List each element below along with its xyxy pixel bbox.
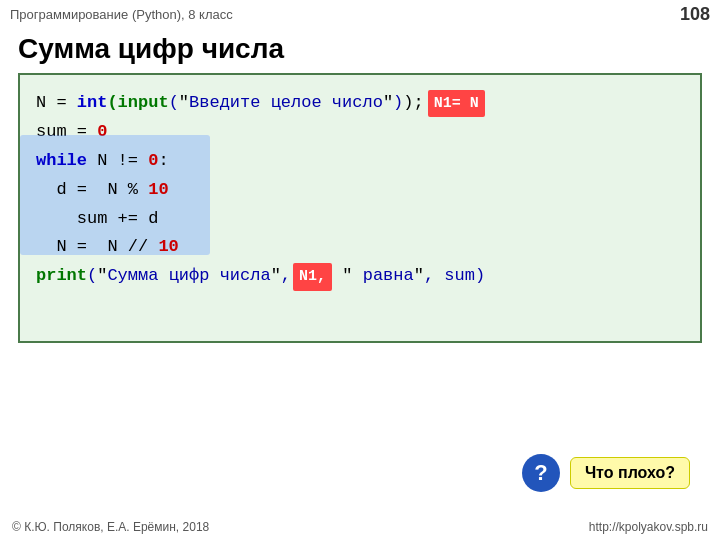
code-int-kw: int — [77, 89, 108, 118]
code-10-1: 10 — [148, 176, 168, 205]
code-n-assign: N = — [36, 89, 77, 118]
code-zero: 0 — [97, 118, 107, 147]
code-line-6: N = N // 10 — [36, 233, 684, 262]
question-area: ? Что плохо? — [522, 454, 690, 492]
code-while-cond: N != — [87, 147, 148, 176]
question-circle: ? — [522, 454, 560, 492]
footer-right: http://kpolyakov.spb.ru — [589, 520, 708, 534]
code-line-5: sum += d — [36, 205, 684, 234]
code-print-str: ("Сумма цифр числа", — [87, 262, 291, 291]
course-label: Программирование (Python), 8 класс — [10, 7, 233, 22]
code-colon: : — [158, 147, 168, 176]
page-title: Сумма цифр числа — [0, 29, 720, 73]
page-number: 108 — [680, 4, 710, 25]
code-block: N = int(input("Введите целое число"));N1… — [18, 73, 702, 343]
code-while-kw: while — [36, 147, 87, 176]
n1-label-top: N1= N — [428, 90, 485, 118]
code-line-4: d = N % 10 — [36, 176, 684, 205]
code-input-str: ("Введите целое число") — [169, 89, 404, 118]
code-sum-plus: sum += d — [36, 205, 158, 234]
code-line-2: sum = 0 — [36, 118, 684, 147]
question-text: Что плохо? — [585, 464, 675, 481]
code-n-floor: N = N // — [36, 233, 158, 262]
footer-left: © К.Ю. Поляков, Е.А. Ерёмин, 2018 — [12, 520, 209, 534]
question-bubble: Что плохо? — [570, 457, 690, 489]
code-d-assign: d = N % — [36, 176, 148, 205]
code-10-2: 10 — [158, 233, 178, 262]
question-mark: ? — [534, 460, 547, 486]
code-print-kw: print — [36, 262, 87, 291]
code-input-func: (input — [107, 89, 168, 118]
code-while-zero: 0 — [148, 147, 158, 176]
top-bar: Программирование (Python), 8 класс 108 — [0, 0, 720, 29]
code-print-rest: " равна", sum) — [332, 262, 485, 291]
code-line-7: print("Сумма цифр числа",N1, " равна", s… — [36, 262, 684, 291]
code-sum-assign: sum = — [36, 118, 97, 147]
code-close-paren: ); — [403, 89, 423, 118]
code-line-1: N = int(input("Введите целое число"));N1… — [36, 89, 684, 118]
n1-label-bottom: N1, — [293, 263, 332, 291]
code-line-3: while N != 0: — [36, 147, 684, 176]
footer: © К.Ю. Поляков, Е.А. Ерёмин, 2018 http:/… — [0, 520, 720, 534]
